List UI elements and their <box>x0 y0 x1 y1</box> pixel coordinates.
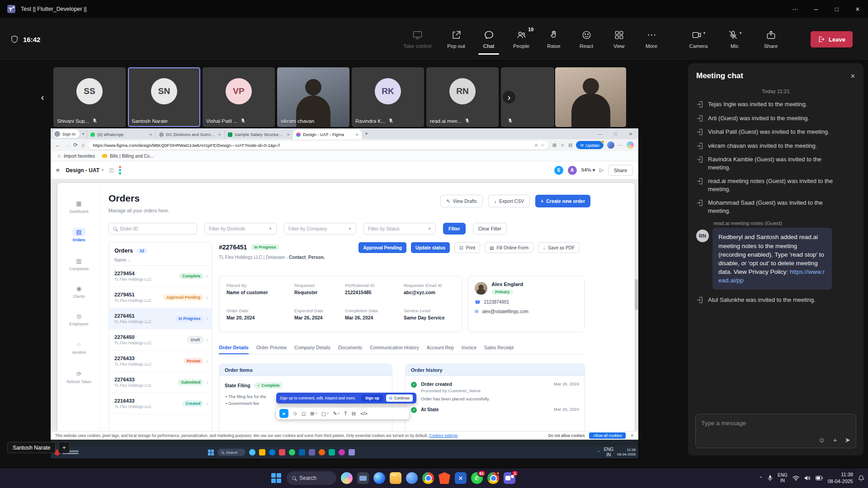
pinned-participant-tile[interactable] <box>555 67 626 127</box>
present-icon[interactable]: ▷ <box>599 167 603 173</box>
edge-icon[interactable] <box>373 472 385 484</box>
view-drafts-button[interactable]: ✎View Drafts <box>440 195 483 207</box>
participant-tile[interactable]: vikram chavan <box>277 67 349 127</box>
app-icon[interactable] <box>339 449 345 455</box>
raise-hand-button[interactable]: Raise <box>539 30 569 49</box>
language-indicator[interactable]: ENGIN <box>778 473 788 483</box>
order-row[interactable]: 2216433 TL Flex Holdings LLC Created › <box>109 393 212 414</box>
detail-tab[interactable]: Invoice <box>462 345 476 350</box>
strip-scroll-left-icon[interactable]: ‹ <box>36 91 49 103</box>
browser-profile-avatar[interactable] <box>607 141 614 149</box>
cookie-close-icon[interactable]: ✕ <box>630 433 634 438</box>
status-filter-dropdown[interactable]: Filter by Status▼ <box>363 223 436 235</box>
contact-phone[interactable]: ☎2123874901 <box>475 300 578 305</box>
url-field[interactable]: https://www.figma.com/design/9BKQ0FOHRWa… <box>88 141 549 150</box>
participant-tile[interactable]: VP Vishal Patil ... <box>203 67 275 127</box>
pen-tool-icon[interactable]: ✎▾ <box>333 411 340 417</box>
browser-tab[interactable]: Sample Salary Structure with calc ✕ <box>224 130 293 139</box>
mic-button[interactable]: ▾ Mic <box>720 30 750 49</box>
collections-icon[interactable]: ⊟ <box>568 142 572 148</box>
contact-person-link[interactable]: Contact_Person. <box>289 255 325 260</box>
order-row[interactable]: 2279451 TL Flex Holdings LLC Approval Pe… <box>109 287 212 308</box>
leave-button[interactable]: Leave <box>811 31 853 47</box>
browser-profile-button[interactable]: Sign in <box>53 130 80 138</box>
pop-out-button[interactable]: Pop out <box>441 30 471 49</box>
collaborator-avatar[interactable]: A <box>568 166 577 175</box>
comment-tool-icon[interactable]: ◻ <box>302 411 306 417</box>
message-input[interactable] <box>701 420 850 427</box>
split-screen-icon[interactable]: ⊞ <box>552 142 557 148</box>
figma-pages-icon[interactable]: ◫ <box>109 167 113 173</box>
notification-bell-icon[interactable] <box>858 475 864 481</box>
print-button[interactable]: ⊡Print <box>454 242 480 253</box>
people-button[interactable]: 10 People <box>506 30 536 49</box>
refresh-icon[interactable]: ⟳ <box>73 142 78 148</box>
emoji-icon[interactable]: ☺ <box>818 436 825 444</box>
browser-tab[interactable]: DC Divisions and Surroundings ✕ <box>156 130 224 139</box>
section-tool-icon[interactable]: ⊟ <box>352 411 356 417</box>
export-csv-button[interactable]: ↓Export CSV <box>488 195 530 207</box>
volume-icon[interactable] <box>804 475 811 481</box>
tray-chevron-icon[interactable]: ⌃ <box>759 476 763 481</box>
mic-chevron-icon[interactable]: ▾ <box>740 31 742 35</box>
app-icon[interactable] <box>249 449 255 455</box>
tray-chevron-icon[interactable]: ⌃ <box>597 450 600 455</box>
browser-update-button[interactable]: ⟳Update <box>576 141 604 149</box>
browser-scrollbar[interactable] <box>635 279 638 310</box>
collaborator-avatar[interactable]: S <box>554 166 563 175</box>
wifi-icon[interactable] <box>793 475 799 481</box>
sidebar-item[interactable]: ◉ Clients <box>57 284 100 299</box>
view-button[interactable]: View <box>604 30 634 49</box>
read-aloud-icon[interactable]: A <box>535 143 538 147</box>
dev-mode-icon[interactable]: </> <box>360 411 368 416</box>
chrome-profile-icon[interactable] <box>487 472 499 484</box>
taskbar-search-box[interactable]: Search <box>287 471 336 485</box>
browser-menu-icon[interactable]: ⋯ <box>618 142 623 148</box>
forward-icon[interactable]: → <box>64 142 70 148</box>
tab-close-icon[interactable]: ✕ <box>355 132 359 137</box>
company-filter-dropdown[interactable]: Filter by Company▼ <box>284 223 356 235</box>
sidebar-item[interactable]: ▤ Orders <box>57 228 100 242</box>
continue-google-button[interactable]: GContinue <box>386 394 413 402</box>
update-status-button[interactable]: Update status <box>411 242 450 253</box>
detail-tab[interactable]: Company Details <box>294 345 330 350</box>
browser-close-button[interactable]: ✕ <box>623 128 638 139</box>
copilot-icon[interactable] <box>341 472 353 484</box>
figma-file-name[interactable]: Design - UAT▾ <box>66 167 104 174</box>
chat-close-icon[interactable]: ✕ <box>850 73 855 80</box>
tab-close-icon[interactable]: ✕ <box>218 132 221 137</box>
fill-online-form-button[interactable]: ▤Fill Online Form <box>485 242 533 253</box>
participant-tile[interactable]: SS Shivani Sup... <box>53 67 126 127</box>
tray-mic-icon[interactable] <box>768 475 773 481</box>
sidebar-item[interactable]: ⟳ Refresh Token <box>57 370 100 384</box>
browser-minimize-button[interactable]: ─ <box>592 128 608 139</box>
order-id-search-input[interactable]: Order ID <box>108 223 197 235</box>
camera-chevron-icon[interactable]: ▾ <box>703 31 706 35</box>
shared-language-indicator[interactable]: ENGIN <box>604 447 613 458</box>
cookie-settings-link[interactable]: Cookies settings <box>429 433 458 438</box>
titlebar-more-icon[interactable]: ⋯ <box>785 0 806 18</box>
sign-up-button[interactable]: Sign up <box>361 394 383 402</box>
figma-share-button[interactable]: Share <box>608 165 633 176</box>
battery-icon[interactable] <box>816 476 823 480</box>
app-icon[interactable] <box>269 449 275 455</box>
deny-cookies-button[interactable]: Do not allow cookies <box>548 433 585 438</box>
whatsapp-icon[interactable]: ✆81 <box>471 472 483 484</box>
app-icon[interactable] <box>319 449 325 455</box>
frame-tool-icon[interactable]: ⊞▾ <box>310 411 316 417</box>
chat-button[interactable]: Chat <box>474 30 504 49</box>
x-app-icon[interactable]: ✕ <box>455 472 467 484</box>
brave-icon[interactable] <box>439 472 450 484</box>
detail-tab[interactable]: Order Details <box>219 345 249 350</box>
participant-tile[interactable]: SN Santosh Narate <box>128 67 200 127</box>
order-row[interactable]: 2276433 TL Flex Holdings LLC Review › <box>109 351 212 372</box>
order-row[interactable]: 2279454 TL Flex Holdings LLC Complete › <box>109 266 212 287</box>
browser-maximize-button[interactable]: □ <box>608 128 623 139</box>
save-pdf-button[interactable]: ↓Save as PDF <box>538 242 580 253</box>
sidebar-item[interactable]: ◎ Employees <box>57 312 100 326</box>
filter-clear-button[interactable]: Clear Filter <box>473 223 507 235</box>
approval-pending-button[interactable]: Approval Pending <box>359 242 406 253</box>
file-explorer-icon[interactable] <box>390 472 401 484</box>
favorites-import[interactable]: ☆ Import favorites <box>57 154 95 159</box>
minimize-button[interactable]: ─ <box>806 0 826 18</box>
